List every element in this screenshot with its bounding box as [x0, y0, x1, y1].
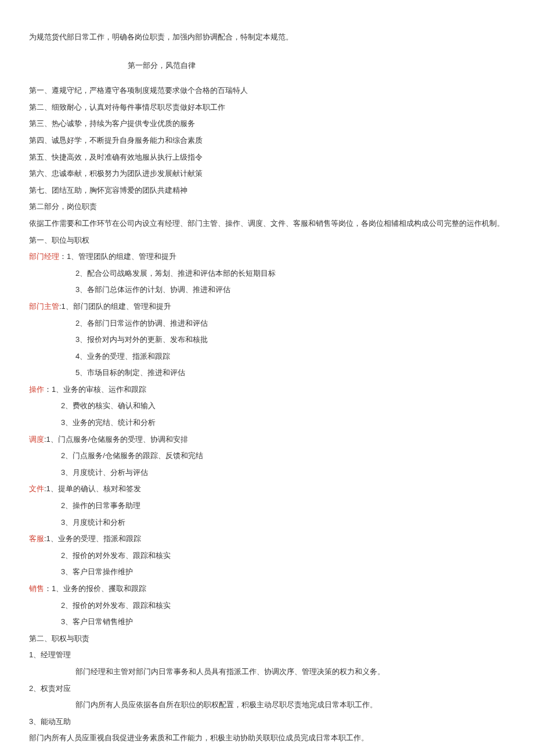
role-first-item: :1、提单的确认、核对和签发 [44, 484, 141, 493]
part2-intro: 依据工作需要和工作环节在公司内设立有经理、部门主管、操作、调度、文件、客服和销售… [29, 215, 505, 232]
sec2-item-body: 部门内所有人员应重视自我促进业务素质和工作能力，积极主动协助关联职位成员完成日常… [29, 730, 505, 747]
role-item: 2、报价的对外发布、跟踪和核实 [29, 597, 505, 614]
role-first-item: :1、业务的受理、指派和跟踪 [44, 534, 141, 543]
role-label: 调度 [29, 435, 44, 444]
sec2-item-body: 部门内所有人员应依据各自所在职位的职权配置，积极主动尽职尽责地完成日常本职工作。 [29, 697, 505, 714]
role-first-item: ：1、管理团队的组建、管理和提升 [59, 252, 176, 261]
part1-item: 第二、细致耐心，认真对待每件事情尽职尽责做好本职工作 [29, 99, 505, 116]
role-label: 部门主管 [29, 302, 59, 311]
part1-item: 第四、诚恳好学，不断提升自身服务能力和综合素质 [29, 132, 505, 149]
part1-item: 第六、忠诚奉献，积极努力为团队进步发展献计献策 [29, 165, 505, 182]
role-item: 3、报价对内与对外的更新、发布和核批 [29, 332, 505, 348]
part1-list: 第一、遵规守纪，严格遵守各项制度规范要求做个合格的百瑞特人第二、细致耐心，认真对… [29, 82, 505, 199]
role-item: 2、门点服务/仓储服务的跟踪、反馈和完结 [29, 448, 505, 465]
part1-title: 第一部分，风范自律 [128, 57, 505, 74]
role-first-item: ：1、业务的审核、运作和跟踪 [44, 385, 146, 394]
role-item: 3、客户日常销售维护 [29, 614, 505, 631]
sec2-item-body: 部门经理和主管对部门内日常事务和人员具有指派工作、协调次序、管理决策的权力和义务… [29, 664, 505, 681]
role-item: 3、各部门总体运作的计划、协调、推进和评估 [29, 282, 505, 298]
role-first-item: :1、部门团队的组建、管理和提升 [59, 302, 171, 311]
part1-item: 第三、热心诚挚，持续为客户提供专业优质的服务 [29, 116, 505, 132]
sec2-list: 1、经理管理部门经理和主管对部门内日常事务和人员具有指派工作、协调次序、管理决策… [29, 647, 505, 747]
role-item: 3、业务的完结、统计和分析 [29, 415, 505, 431]
intro-text: 为规范货代部日常工作，明确各岗位职责，加强内部协调配合，特制定本规范。 [29, 29, 505, 46]
role-item: 3、月度统计和分析 [29, 514, 505, 531]
role-first-item: :1、门点服务/仓储服务的受理、协调和安排 [44, 435, 188, 444]
sec2-item-title: 1、经理管理 [29, 647, 505, 664]
roles-list: 部门经理：1、管理团队的组建、管理和提升2、配合公司战略发展，筹划、推进和评估本… [29, 249, 505, 631]
role-first-line: 调度:1、门点服务/仓储服务的受理、协调和安排 [29, 431, 505, 448]
sec2-item-title: 3、能动互助 [29, 714, 505, 730]
role-item: 2、操作的日常事务助理 [29, 498, 505, 514]
role-item: 2、报价的对外发布、跟踪和核实 [29, 548, 505, 564]
part1-item: 第一、遵规守纪，严格遵守各项制度规范要求做个合格的百瑞特人 [29, 82, 505, 99]
role-label: 操作 [29, 385, 44, 394]
role-label: 文件 [29, 484, 44, 493]
role-item: 3、客户日常操作维护 [29, 564, 505, 581]
role-label: 部门经理 [29, 252, 59, 261]
role-item: 3、月度统计、分析与评估 [29, 465, 505, 481]
role-first-line: 部门主管:1、部门团队的组建、管理和提升 [29, 298, 505, 315]
part2-heading: 第二部分，岗位职责 [29, 199, 505, 215]
role-item: 5、市场目标的制定、推进和评估 [29, 365, 505, 381]
role-item: 2、各部门日常运作的协调、推进和评估 [29, 315, 505, 332]
role-item: 2、费收的核实、确认和输入 [29, 398, 505, 415]
role-item: 4、业务的受理、指派和跟踪 [29, 348, 505, 365]
sec2-item-title: 2、权责对应 [29, 681, 505, 697]
role-first-line: 客服:1、业务的受理、指派和跟踪 [29, 531, 505, 548]
role-first-item: ：1、业务的报价、攫取和跟踪 [44, 584, 146, 593]
role-first-line: 文件:1、提单的确认、核对和签发 [29, 481, 505, 498]
sec1-title: 第一、职位与职权 [29, 232, 505, 249]
part1-item: 第七、团结互助，胸怀宽容博爱的团队共建精神 [29, 182, 505, 199]
sec2-title: 第二、职权与职责 [29, 631, 505, 647]
part1-item: 第五、快捷高效，及时准确有效地服从执行上级指令 [29, 149, 505, 166]
role-label: 销售 [29, 584, 44, 593]
role-first-line: 操作：1、业务的审核、运作和跟踪 [29, 381, 505, 398]
role-first-line: 销售：1、业务的报价、攫取和跟踪 [29, 581, 505, 597]
role-label: 客服 [29, 534, 44, 543]
role-item: 2、配合公司战略发展，筹划、推进和评估本部的长短期目标 [29, 265, 505, 282]
role-first-line: 部门经理：1、管理团队的组建、管理和提升 [29, 249, 505, 265]
